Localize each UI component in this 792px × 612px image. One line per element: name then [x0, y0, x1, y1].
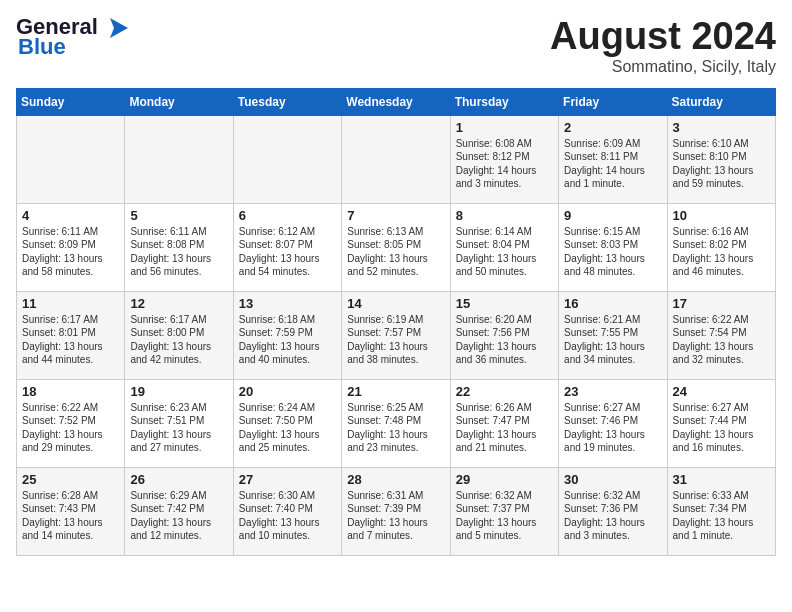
day-number: 23 [564, 384, 661, 399]
day-info: Sunrise: 6:18 AM Sunset: 7:59 PM Dayligh… [239, 313, 336, 367]
calendar-cell [17, 115, 125, 203]
day-number: 26 [130, 472, 227, 487]
day-info: Sunrise: 6:11 AM Sunset: 8:09 PM Dayligh… [22, 225, 119, 279]
day-number: 21 [347, 384, 444, 399]
day-info: Sunrise: 6:09 AM Sunset: 8:11 PM Dayligh… [564, 137, 661, 191]
week-row-2: 4Sunrise: 6:11 AM Sunset: 8:09 PM Daylig… [17, 203, 776, 291]
calendar-cell: 21Sunrise: 6:25 AM Sunset: 7:48 PM Dayli… [342, 379, 450, 467]
day-info: Sunrise: 6:30 AM Sunset: 7:40 PM Dayligh… [239, 489, 336, 543]
day-info: Sunrise: 6:31 AM Sunset: 7:39 PM Dayligh… [347, 489, 444, 543]
calendar-cell: 4Sunrise: 6:11 AM Sunset: 8:09 PM Daylig… [17, 203, 125, 291]
calendar-cell: 1Sunrise: 6:08 AM Sunset: 8:12 PM Daylig… [450, 115, 558, 203]
day-number: 6 [239, 208, 336, 223]
day-info: Sunrise: 6:10 AM Sunset: 8:10 PM Dayligh… [673, 137, 770, 191]
day-number: 17 [673, 296, 770, 311]
day-info: Sunrise: 6:19 AM Sunset: 7:57 PM Dayligh… [347, 313, 444, 367]
day-number: 11 [22, 296, 119, 311]
day-number: 10 [673, 208, 770, 223]
weekday-header-friday: Friday [559, 88, 667, 115]
calendar-cell: 26Sunrise: 6:29 AM Sunset: 7:42 PM Dayli… [125, 467, 233, 555]
weekday-header-thursday: Thursday [450, 88, 558, 115]
logo: General Blue [16, 16, 128, 60]
day-info: Sunrise: 6:28 AM Sunset: 7:43 PM Dayligh… [22, 489, 119, 543]
week-row-4: 18Sunrise: 6:22 AM Sunset: 7:52 PM Dayli… [17, 379, 776, 467]
calendar-cell: 20Sunrise: 6:24 AM Sunset: 7:50 PM Dayli… [233, 379, 341, 467]
day-info: Sunrise: 6:14 AM Sunset: 8:04 PM Dayligh… [456, 225, 553, 279]
day-number: 7 [347, 208, 444, 223]
day-number: 27 [239, 472, 336, 487]
logo-blue-text: Blue [18, 34, 66, 60]
day-number: 24 [673, 384, 770, 399]
calendar-cell: 10Sunrise: 6:16 AM Sunset: 8:02 PM Dayli… [667, 203, 775, 291]
day-number: 29 [456, 472, 553, 487]
calendar-table: SundayMondayTuesdayWednesdayThursdayFrid… [16, 88, 776, 556]
day-info: Sunrise: 6:24 AM Sunset: 7:50 PM Dayligh… [239, 401, 336, 455]
day-number: 19 [130, 384, 227, 399]
calendar-body: 1Sunrise: 6:08 AM Sunset: 8:12 PM Daylig… [17, 115, 776, 555]
day-info: Sunrise: 6:13 AM Sunset: 8:05 PM Dayligh… [347, 225, 444, 279]
calendar-cell: 6Sunrise: 6:12 AM Sunset: 8:07 PM Daylig… [233, 203, 341, 291]
day-number: 22 [456, 384, 553, 399]
calendar-cell: 18Sunrise: 6:22 AM Sunset: 7:52 PM Dayli… [17, 379, 125, 467]
day-info: Sunrise: 6:17 AM Sunset: 8:00 PM Dayligh… [130, 313, 227, 367]
calendar-cell: 11Sunrise: 6:17 AM Sunset: 8:01 PM Dayli… [17, 291, 125, 379]
day-number: 12 [130, 296, 227, 311]
calendar-cell: 2Sunrise: 6:09 AM Sunset: 8:11 PM Daylig… [559, 115, 667, 203]
calendar-cell: 17Sunrise: 6:22 AM Sunset: 7:54 PM Dayli… [667, 291, 775, 379]
day-number: 13 [239, 296, 336, 311]
calendar-cell: 29Sunrise: 6:32 AM Sunset: 7:37 PM Dayli… [450, 467, 558, 555]
day-info: Sunrise: 6:33 AM Sunset: 7:34 PM Dayligh… [673, 489, 770, 543]
page-header: General Blue August 2024 Sommatino, Sici… [16, 16, 776, 76]
calendar-cell: 16Sunrise: 6:21 AM Sunset: 7:55 PM Dayli… [559, 291, 667, 379]
day-number: 28 [347, 472, 444, 487]
calendar-cell: 31Sunrise: 6:33 AM Sunset: 7:34 PM Dayli… [667, 467, 775, 555]
calendar-cell: 30Sunrise: 6:32 AM Sunset: 7:36 PM Dayli… [559, 467, 667, 555]
calendar-cell: 13Sunrise: 6:18 AM Sunset: 7:59 PM Dayli… [233, 291, 341, 379]
calendar-cell: 25Sunrise: 6:28 AM Sunset: 7:43 PM Dayli… [17, 467, 125, 555]
day-number: 8 [456, 208, 553, 223]
weekday-header-tuesday: Tuesday [233, 88, 341, 115]
calendar-cell [233, 115, 341, 203]
weekday-header-sunday: Sunday [17, 88, 125, 115]
day-number: 5 [130, 208, 227, 223]
calendar-cell: 14Sunrise: 6:19 AM Sunset: 7:57 PM Dayli… [342, 291, 450, 379]
day-number: 20 [239, 384, 336, 399]
day-number: 9 [564, 208, 661, 223]
calendar-cell [125, 115, 233, 203]
calendar-cell: 8Sunrise: 6:14 AM Sunset: 8:04 PM Daylig… [450, 203, 558, 291]
calendar-cell: 22Sunrise: 6:26 AM Sunset: 7:47 PM Dayli… [450, 379, 558, 467]
calendar-cell: 5Sunrise: 6:11 AM Sunset: 8:08 PM Daylig… [125, 203, 233, 291]
calendar-cell [342, 115, 450, 203]
calendar-header: SundayMondayTuesdayWednesdayThursdayFrid… [17, 88, 776, 115]
day-number: 25 [22, 472, 119, 487]
day-number: 30 [564, 472, 661, 487]
day-info: Sunrise: 6:08 AM Sunset: 8:12 PM Dayligh… [456, 137, 553, 191]
calendar-cell: 28Sunrise: 6:31 AM Sunset: 7:39 PM Dayli… [342, 467, 450, 555]
calendar-cell: 3Sunrise: 6:10 AM Sunset: 8:10 PM Daylig… [667, 115, 775, 203]
week-row-5: 25Sunrise: 6:28 AM Sunset: 7:43 PM Dayli… [17, 467, 776, 555]
calendar-cell: 23Sunrise: 6:27 AM Sunset: 7:46 PM Dayli… [559, 379, 667, 467]
week-row-1: 1Sunrise: 6:08 AM Sunset: 8:12 PM Daylig… [17, 115, 776, 203]
calendar-cell: 15Sunrise: 6:20 AM Sunset: 7:56 PM Dayli… [450, 291, 558, 379]
weekday-header-saturday: Saturday [667, 88, 775, 115]
day-number: 3 [673, 120, 770, 135]
calendar-cell: 24Sunrise: 6:27 AM Sunset: 7:44 PM Dayli… [667, 379, 775, 467]
day-info: Sunrise: 6:32 AM Sunset: 7:37 PM Dayligh… [456, 489, 553, 543]
month-title: August 2024 [550, 16, 776, 58]
day-info: Sunrise: 6:15 AM Sunset: 8:03 PM Dayligh… [564, 225, 661, 279]
week-row-3: 11Sunrise: 6:17 AM Sunset: 8:01 PM Dayli… [17, 291, 776, 379]
day-info: Sunrise: 6:26 AM Sunset: 7:47 PM Dayligh… [456, 401, 553, 455]
day-info: Sunrise: 6:32 AM Sunset: 7:36 PM Dayligh… [564, 489, 661, 543]
day-info: Sunrise: 6:27 AM Sunset: 7:44 PM Dayligh… [673, 401, 770, 455]
logo-arrow-icon [100, 18, 128, 38]
day-number: 2 [564, 120, 661, 135]
day-info: Sunrise: 6:25 AM Sunset: 7:48 PM Dayligh… [347, 401, 444, 455]
weekday-header-monday: Monday [125, 88, 233, 115]
location: Sommatino, Sicily, Italy [550, 58, 776, 76]
day-info: Sunrise: 6:12 AM Sunset: 8:07 PM Dayligh… [239, 225, 336, 279]
calendar-cell: 19Sunrise: 6:23 AM Sunset: 7:51 PM Dayli… [125, 379, 233, 467]
day-info: Sunrise: 6:16 AM Sunset: 8:02 PM Dayligh… [673, 225, 770, 279]
calendar-cell: 27Sunrise: 6:30 AM Sunset: 7:40 PM Dayli… [233, 467, 341, 555]
day-info: Sunrise: 6:22 AM Sunset: 7:54 PM Dayligh… [673, 313, 770, 367]
day-info: Sunrise: 6:11 AM Sunset: 8:08 PM Dayligh… [130, 225, 227, 279]
